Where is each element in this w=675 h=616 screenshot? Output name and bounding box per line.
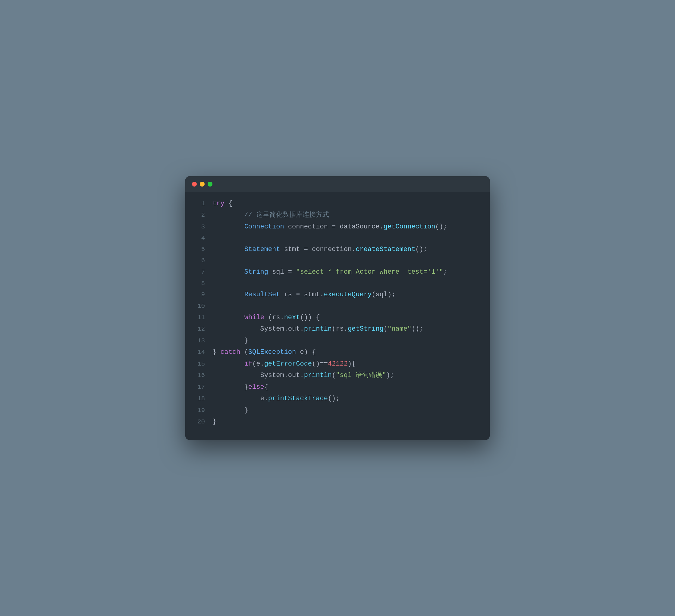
code-content: while (rs.next()) {: [212, 312, 320, 324]
code-line-4: 4: [192, 233, 481, 244]
code-line-13: 13 }: [192, 335, 481, 347]
line-number: 1: [192, 198, 205, 210]
line-number: 9: [192, 289, 205, 300]
close-button[interactable]: [192, 182, 197, 186]
titlebar: [185, 176, 490, 192]
code-content: System.out.println(rs.getString("name"))…: [212, 323, 423, 335]
code-line-5: 5 Statement stmt = connection.createStat…: [192, 244, 481, 255]
code-content: }: [212, 405, 248, 416]
code-line-9: 9 ResultSet rs = stmt.executeQuery(sql);: [192, 289, 481, 301]
code-line-10: 10: [192, 301, 481, 312]
line-number: 13: [192, 335, 205, 346]
line-number: 19: [192, 405, 205, 416]
code-line-15: 15 if(e.getErrorCode()==42122){: [192, 358, 481, 370]
code-line-7: 7 String sql = "select * from Actor wher…: [192, 266, 481, 278]
line-number: 17: [192, 382, 205, 393]
code-line-11: 11 while (rs.next()) {: [192, 312, 481, 324]
line-number: 5: [192, 244, 205, 255]
code-line-3: 3 Connection connection = dataSource.get…: [192, 221, 481, 233]
line-number: 12: [192, 324, 205, 335]
code-line-1: 1 try {: [192, 198, 481, 210]
line-number: 10: [192, 301, 205, 312]
line-number: 3: [192, 222, 205, 233]
line-number: 18: [192, 393, 205, 404]
code-line-16: 16 System.out.println("sql 语句错误");: [192, 370, 481, 382]
line-number: 15: [192, 359, 205, 370]
line-number: 14: [192, 347, 205, 358]
minimize-button[interactable]: [200, 182, 205, 186]
code-window: 1 try { 2 // 这里简化数据库连接方式 3 Connection co…: [185, 176, 490, 440]
code-line-2: 2 // 这里简化数据库连接方式: [192, 210, 481, 221]
code-content: }else{: [212, 382, 268, 393]
line-number: 7: [192, 267, 205, 278]
code-content: try {: [212, 198, 232, 210]
line-number: 8: [192, 278, 205, 289]
code-content: e.printStackTrace();: [212, 393, 340, 405]
code-content: ResultSet rs = stmt.executeQuery(sql);: [212, 289, 395, 301]
line-number: 6: [192, 255, 205, 266]
code-line-8: 8: [192, 278, 481, 289]
line-number: 20: [192, 416, 205, 428]
maximize-button[interactable]: [208, 182, 212, 186]
line-number: 16: [192, 370, 205, 381]
code-content: System.out.println("sql 语句错误");: [212, 370, 394, 382]
code-content: }: [212, 416, 216, 428]
code-editor: 1 try { 2 // 这里简化数据库连接方式 3 Connection co…: [185, 192, 490, 440]
code-content: // 这里简化数据库连接方式: [212, 210, 329, 221]
code-content: } catch (SQLException e) {: [212, 346, 316, 358]
code-content: Connection connection = dataSource.getCo…: [212, 221, 447, 233]
code-line-20: 20 }: [192, 416, 481, 428]
code-line-12: 12 System.out.println(rs.getString("name…: [192, 323, 481, 335]
code-content: Statement stmt = connection.createStatem…: [212, 244, 427, 255]
code-content: if(e.getErrorCode()==42122){: [212, 358, 356, 370]
code-line-18: 18 e.printStackTrace();: [192, 393, 481, 405]
line-number: 4: [192, 233, 205, 244]
code-content: String sql = "select * from Actor where …: [212, 266, 447, 278]
code-line-19: 19 }: [192, 405, 481, 416]
code-line-17: 17 }else{: [192, 382, 481, 393]
code-line-14: 14 } catch (SQLException e) {: [192, 346, 481, 358]
code-line-6: 6: [192, 255, 481, 266]
line-number: 11: [192, 312, 205, 323]
code-content: }: [212, 335, 248, 347]
line-number: 2: [192, 210, 205, 221]
